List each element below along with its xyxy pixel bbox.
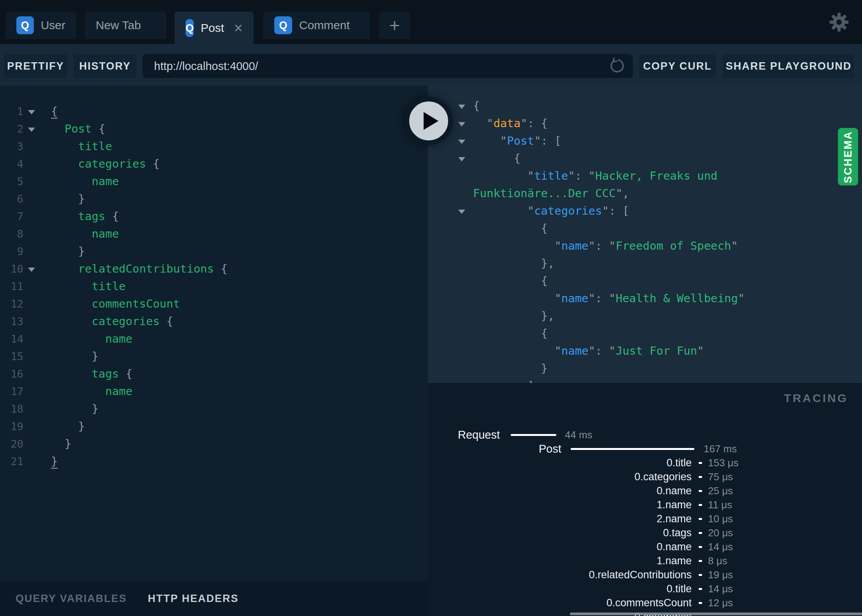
schema-tab-label: SCHEMA bbox=[842, 130, 854, 183]
line-number: 14 bbox=[0, 330, 23, 348]
tab-new-tab[interactable]: New Tab bbox=[85, 12, 166, 39]
code-line: 17 name bbox=[0, 383, 428, 400]
line-number: 20 bbox=[0, 435, 23, 453]
tab-comment[interactable]: Q Comment bbox=[263, 12, 370, 39]
tracing-duration-bar bbox=[699, 588, 702, 590]
tracing-row: Post167 ms bbox=[428, 442, 862, 456]
tracing-field-label: 1.name bbox=[428, 499, 692, 511]
copy-curl-button[interactable]: COPY CURL bbox=[639, 54, 716, 78]
tracing-duration-value: 11 μs bbox=[708, 499, 732, 511]
tab-label: User bbox=[41, 19, 65, 32]
tracing-row: 0.commentsCount12 μs bbox=[428, 596, 862, 610]
schema-tab[interactable]: SCHEMA bbox=[838, 128, 858, 186]
code-line: { bbox=[428, 97, 862, 115]
tracing-duration-value: 75 μs bbox=[708, 471, 733, 483]
tracing-duration-bar bbox=[699, 546, 702, 548]
tab-user[interactable]: Q User bbox=[5, 12, 76, 39]
fold-caret-icon[interactable] bbox=[28, 268, 35, 272]
fold-caret-icon[interactable] bbox=[458, 105, 465, 109]
code-line: 7 tags { bbox=[0, 208, 428, 225]
code-line: 5 name bbox=[0, 173, 428, 190]
code-line: 13 categories { bbox=[0, 313, 428, 330]
add-tab-button[interactable]: + bbox=[379, 12, 410, 39]
query-variables-tab[interactable]: QUERY VARIABLES bbox=[16, 593, 127, 605]
fold-caret-icon[interactable] bbox=[458, 210, 465, 214]
code-line: } bbox=[428, 360, 862, 377]
code-line: { bbox=[428, 272, 862, 290]
tracing-field-label: 1.name bbox=[428, 555, 692, 567]
code-line: 3 title bbox=[0, 138, 428, 155]
history-button[interactable]: HISTORY bbox=[74, 54, 137, 78]
line-number: 6 bbox=[0, 190, 23, 208]
prettify-button[interactable]: PRETTIFY bbox=[4, 54, 67, 78]
fold-caret-icon[interactable] bbox=[28, 128, 35, 132]
fold-caret-icon[interactable] bbox=[458, 140, 465, 144]
code-line: "name": "Freedom of Speech" bbox=[428, 237, 862, 255]
code-line: "Post": [ bbox=[428, 132, 862, 150]
code-line: }, bbox=[428, 307, 862, 325]
execute-query-button[interactable] bbox=[405, 97, 453, 145]
tracing-duration-bar bbox=[699, 504, 702, 506]
code-line: { bbox=[428, 325, 862, 342]
tracing-panel: TRACING Request44 msPost167 ms0.title153… bbox=[428, 383, 862, 616]
code-line: "categories": [ bbox=[428, 202, 862, 220]
tracing-field-label: Post bbox=[428, 443, 561, 455]
close-icon[interactable]: ✕ bbox=[233, 21, 243, 35]
tracing-duration-value: 12 μs bbox=[708, 597, 733, 609]
query-badge: Q bbox=[16, 16, 34, 34]
code-line: 2 Post { bbox=[0, 120, 428, 138]
tracing-row: 0.name14 μs bbox=[428, 540, 862, 554]
tracing-row: 0.name25 μs bbox=[428, 484, 862, 498]
tracing-field-label: 0.name bbox=[428, 541, 692, 553]
code-line: "data": { bbox=[428, 115, 862, 132]
tracing-duration-value: 14 μs bbox=[708, 583, 733, 595]
tracing-duration-value: 20 μs bbox=[708, 527, 733, 539]
line-number: 7 bbox=[0, 208, 23, 225]
fold-caret-icon[interactable] bbox=[458, 122, 465, 126]
fold-caret-icon[interactable] bbox=[28, 110, 35, 114]
tracing-row: 0.categories75 μs bbox=[428, 470, 862, 484]
tracing-duration-bar bbox=[699, 532, 702, 534]
code-line: 9 } bbox=[0, 243, 428, 260]
code-line: 16 tags { bbox=[0, 365, 428, 383]
tracing-duration-value: 167 ms bbox=[704, 443, 737, 455]
tracing-row: 1.name11 μs bbox=[428, 498, 862, 512]
tracing-duration-bar bbox=[571, 448, 694, 450]
code-line: 10 relatedContributions { bbox=[0, 260, 428, 278]
tracing-field-label: 0.title bbox=[428, 583, 692, 595]
line-number: 21 bbox=[0, 453, 23, 470]
line-number: 1 bbox=[0, 103, 23, 120]
settings-gear-icon[interactable] bbox=[829, 12, 850, 33]
line-number: 2 bbox=[0, 120, 23, 138]
tracing-duration-bar bbox=[699, 462, 702, 464]
tracing-duration-value: 25 μs bbox=[708, 485, 733, 497]
horizontal-scrollbar[interactable] bbox=[570, 612, 862, 615]
code-line: 11 title bbox=[0, 278, 428, 295]
tab-label: Comment bbox=[299, 19, 350, 32]
tracing-field-label: 0.name bbox=[428, 485, 692, 497]
line-number: 5 bbox=[0, 173, 23, 190]
query-badge: Q bbox=[186, 19, 194, 37]
query-editor[interactable]: 1{2 Post {3 title4 categories {5 name6 }… bbox=[0, 86, 428, 581]
tab-post[interactable]: Q Post ✕ bbox=[175, 12, 254, 44]
code-line: }, bbox=[428, 255, 862, 272]
tracing-row: 0.tags20 μs bbox=[428, 526, 862, 540]
line-number: 4 bbox=[0, 155, 23, 173]
editor-footer: QUERY VARIABLES HTTP HEADERS bbox=[0, 581, 428, 616]
fold-caret-icon[interactable] bbox=[458, 157, 465, 161]
tracing-duration-bar bbox=[699, 574, 702, 576]
share-playground-button[interactable]: SHARE PLAYGROUND bbox=[723, 54, 854, 78]
code-line: 14 name bbox=[0, 330, 428, 348]
endpoint-url-input[interactable] bbox=[153, 60, 608, 73]
http-headers-tab[interactable]: HTTP HEADERS bbox=[148, 593, 239, 605]
reload-icon[interactable] bbox=[608, 58, 625, 75]
line-number: 16 bbox=[0, 365, 23, 383]
tracing-duration-value: 14 μs bbox=[708, 541, 733, 553]
tracing-row: 0.title14 μs bbox=[428, 582, 862, 596]
tab-bar: Q User New Tab Q Post ✕ Q Comment + bbox=[0, 0, 862, 44]
line-number: 8 bbox=[0, 225, 23, 243]
code-line: "name": "Just For Fun" bbox=[428, 342, 862, 360]
tracing-duration-value: 19 μs bbox=[708, 569, 733, 581]
line-number: 9 bbox=[0, 243, 23, 260]
tracing-duration-value: 153 μs bbox=[708, 457, 739, 469]
